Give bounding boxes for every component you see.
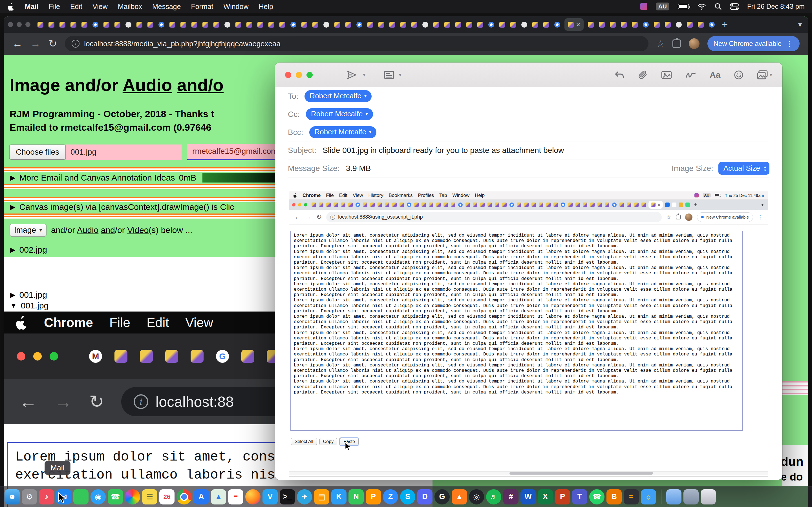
chrome-update-button[interactable]: New Chrome available ⋮ bbox=[707, 36, 800, 51]
browser-tab[interactable] bbox=[543, 22, 549, 27]
browser-tab[interactable] bbox=[546, 203, 551, 207]
disclosure-triangle-icon[interactable]: ▶ bbox=[10, 291, 15, 299]
menu-item-window[interactable]: Window bbox=[223, 3, 249, 11]
browser-tab[interactable] bbox=[389, 22, 395, 27]
browser-tab[interactable] bbox=[598, 203, 602, 207]
browser-tab[interactable] bbox=[539, 203, 543, 207]
header-fields-button[interactable] bbox=[384, 70, 395, 79]
close-window-icon[interactable] bbox=[8, 22, 13, 27]
browser-tab[interactable] bbox=[257, 22, 263, 27]
token-chevron-icon[interactable]: ▾ bbox=[366, 111, 368, 117]
dock-chrome-icon[interactable] bbox=[176, 489, 192, 504]
browser-tab[interactable] bbox=[268, 22, 274, 27]
dock-skype-icon[interactable]: S bbox=[400, 489, 415, 504]
spotlight-icon[interactable] bbox=[714, 3, 722, 10]
send-button[interactable] bbox=[346, 70, 357, 80]
dock-whatsapp-icon[interactable]: ☎ bbox=[589, 489, 605, 504]
browser-tab[interactable] bbox=[103, 22, 109, 27]
header-fields-chevron-icon[interactable]: ▾ bbox=[399, 71, 402, 78]
browser-tab[interactable] bbox=[400, 203, 404, 207]
browser-tab[interactable] bbox=[643, 22, 649, 27]
browser-tab[interactable] bbox=[169, 22, 175, 27]
browser-tab[interactable] bbox=[312, 22, 318, 27]
apple-logo-icon[interactable] bbox=[7, 2, 15, 11]
browser-tab[interactable] bbox=[510, 22, 516, 27]
browser-tab[interactable] bbox=[553, 203, 558, 207]
browser-tab[interactable] bbox=[202, 22, 208, 27]
browser-tab[interactable] bbox=[434, 22, 439, 27]
dock-excel-icon[interactable]: X bbox=[538, 489, 553, 504]
browser-tab[interactable] bbox=[158, 22, 164, 27]
dock-weather-icon[interactable]: ☼ bbox=[641, 489, 656, 504]
browser-tab[interactable] bbox=[709, 22, 715, 27]
dock-blender-icon[interactable]: B bbox=[606, 489, 622, 504]
dock-calendar-icon[interactable]: 26 bbox=[159, 489, 174, 504]
dock-documents-folder-icon[interactable] bbox=[683, 489, 699, 504]
browser-tab[interactable] bbox=[627, 203, 631, 207]
details-summary-canvas[interactable]: ▶ Canvas image(s) via [canvasContext].dr… bbox=[10, 202, 234, 212]
dock-teams-icon[interactable]: T bbox=[572, 489, 587, 504]
browser-tab[interactable] bbox=[125, 22, 132, 27]
browser-tab[interactable] bbox=[583, 203, 587, 207]
browser-tab[interactable] bbox=[619, 203, 624, 207]
browser-tab[interactable] bbox=[610, 22, 616, 27]
forward-button[interactable]: → bbox=[31, 38, 41, 50]
dock-photos-icon[interactable] bbox=[125, 489, 140, 504]
token-chevron-icon[interactable]: ▾ bbox=[364, 93, 366, 99]
dock-terminal-icon[interactable]: >_ bbox=[280, 489, 295, 504]
browser-tab[interactable] bbox=[499, 22, 505, 27]
dock-telegram-icon[interactable]: ✈ bbox=[297, 489, 312, 504]
browser-tab[interactable] bbox=[414, 203, 419, 207]
dock-zoom-icon[interactable]: Z bbox=[383, 489, 398, 504]
dock-slack-icon[interactable]: # bbox=[503, 489, 518, 504]
browser-tab[interactable] bbox=[407, 203, 411, 207]
new-tab-button[interactable]: + bbox=[722, 18, 728, 31]
url-text[interactable]: localhost:8888/media_via_pb.php?jhfgjhgf… bbox=[84, 40, 281, 48]
token-chevron-icon[interactable]: ▾ bbox=[369, 129, 371, 135]
browser-tab[interactable] bbox=[561, 203, 565, 207]
browser-tab[interactable] bbox=[477, 22, 483, 27]
browser-tab[interactable] bbox=[356, 203, 360, 207]
browser-tab[interactable] bbox=[323, 22, 329, 27]
details-001jpg-collapsed[interactable]: ▶ 001.jpg bbox=[10, 290, 47, 300]
browser-tab[interactable] bbox=[392, 203, 397, 207]
dock-word-icon[interactable]: W bbox=[520, 489, 536, 504]
dock-downloads-folder-icon[interactable] bbox=[666, 489, 681, 504]
dock-facetime-icon[interactable]: ☎ bbox=[108, 489, 123, 504]
image-size-select[interactable]: Actual Size ▴▾ bbox=[718, 162, 769, 175]
zoom-window-icon[interactable] bbox=[26, 22, 31, 27]
browser-tab[interactable] bbox=[147, 22, 153, 27]
browser-tab[interactable] bbox=[488, 22, 494, 27]
browser-tab[interactable] bbox=[517, 203, 521, 207]
browser-tab[interactable] bbox=[488, 203, 492, 207]
browser-menu-kebab-icon[interactable]: ⋮ bbox=[785, 39, 794, 48]
browser-tab[interactable] bbox=[524, 203, 529, 207]
dock-messages-icon[interactable] bbox=[73, 489, 89, 504]
browser-tab[interactable] bbox=[588, 22, 594, 27]
browser-tab[interactable] bbox=[612, 203, 617, 207]
browser-tab[interactable] bbox=[341, 203, 345, 207]
browser-tab[interactable] bbox=[521, 22, 527, 27]
dock-firefox-icon[interactable] bbox=[245, 489, 260, 504]
attachment-screenshot[interactable]: Chrome File Edit View History Bookmarks … bbox=[289, 191, 768, 476]
bcc-field[interactable]: Bcc: Robert Metcalfe▾ bbox=[288, 123, 769, 142]
browser-tab[interactable] bbox=[509, 203, 514, 207]
browser-tab[interactable] bbox=[326, 203, 331, 207]
menu-item-view[interactable]: View bbox=[93, 3, 108, 11]
disclosure-triangle-icon[interactable]: ▶ bbox=[10, 246, 15, 254]
browser-tab[interactable] bbox=[181, 22, 186, 27]
browser-tab[interactable] bbox=[246, 22, 252, 27]
browser-tab[interactable] bbox=[319, 203, 323, 207]
browser-tab[interactable] bbox=[605, 203, 609, 207]
back-button[interactable]: ← bbox=[12, 38, 22, 50]
browser-tab[interactable] bbox=[236, 22, 241, 27]
dock-vscode-icon[interactable]: V bbox=[262, 489, 278, 504]
dock-settings-icon[interactable]: ⚙ bbox=[22, 489, 37, 504]
dock-music-icon[interactable]: ♪ bbox=[39, 489, 54, 504]
browser-tab[interactable] bbox=[451, 203, 455, 207]
browser-tab[interactable] bbox=[348, 203, 353, 207]
browser-tab[interactable] bbox=[676, 22, 682, 27]
and-link-2[interactable]: and bbox=[101, 225, 115, 235]
markup-button[interactable] bbox=[661, 70, 672, 79]
media-type-select[interactable]: Image ▾ bbox=[10, 224, 47, 237]
